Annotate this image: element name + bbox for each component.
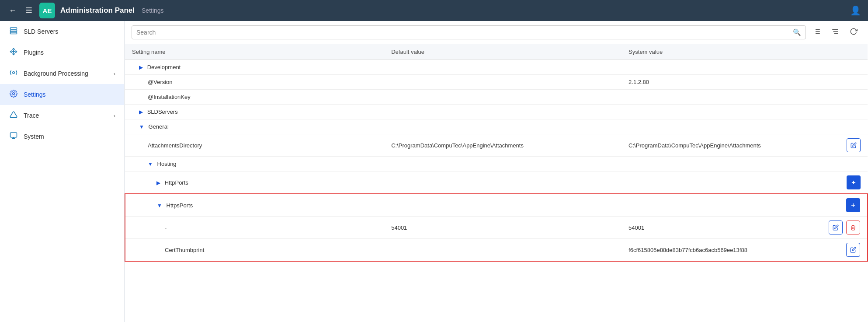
system-value-cell bbox=[621, 60, 822, 75]
top-header: ← ☰ AE Administration Panel Settings 👤 bbox=[0, 0, 868, 21]
system-value-cell: 2.1.2.80 bbox=[621, 75, 822, 90]
table-row: @Version 2.1.2.80 bbox=[125, 75, 868, 90]
setting-name-text: @InstallationKey bbox=[148, 94, 191, 100]
refresh-button[interactable] bbox=[846, 26, 861, 39]
chevron-right-icon: › bbox=[114, 112, 115, 119]
background-processing-icon bbox=[9, 69, 18, 78]
sidebar-item-system[interactable]: System bbox=[0, 126, 124, 147]
sidebar-item-label: Background Processing bbox=[24, 70, 88, 77]
default-value-cell: C:\ProgramData\CompuTec\AppEngine\Attach… bbox=[384, 134, 621, 157]
add-button[interactable] bbox=[846, 198, 860, 212]
actions-cell bbox=[822, 105, 868, 119]
sidebar-item-label: Trace bbox=[24, 112, 39, 119]
svg-point-5 bbox=[13, 72, 15, 74]
expand-button[interactable]: ▶ bbox=[139, 109, 143, 115]
settings-icon bbox=[9, 90, 18, 99]
sidebar: SLD Servers Plugins Background Processin… bbox=[0, 21, 125, 322]
table-header-row: Setting name Default value System value bbox=[125, 44, 868, 60]
sidebar-item-label: Settings bbox=[24, 91, 46, 98]
default-value-cell bbox=[384, 75, 621, 90]
table-row: ▼ Hosting bbox=[125, 157, 868, 172]
table-row-https-port-value: - 54001 54001 bbox=[125, 217, 868, 239]
setting-name-text: - bbox=[165, 224, 167, 231]
back-button[interactable]: ← bbox=[7, 4, 18, 17]
actions-cell bbox=[822, 119, 868, 134]
edit-button[interactable] bbox=[829, 220, 843, 234]
setting-name-cell: ▼ Hosting bbox=[125, 157, 384, 172]
table-row: AttachmentsDirectory C:\ProgramData\Comp… bbox=[125, 134, 868, 157]
setting-name-cell: ▶ SLDServers bbox=[125, 105, 384, 119]
setting-name-cell: @Version bbox=[125, 75, 384, 90]
default-value-cell bbox=[384, 194, 621, 217]
setting-name-text: Hosting bbox=[157, 161, 177, 167]
settings-table: Setting name Default value System value … bbox=[125, 44, 868, 262]
setting-name-cell: ▶ Development bbox=[125, 60, 384, 75]
actions-cell bbox=[822, 157, 868, 172]
default-value-cell bbox=[384, 172, 621, 194]
svg-point-6 bbox=[13, 93, 15, 95]
table-row: ▶ SLDServers bbox=[125, 105, 868, 119]
table-row: ▼ General bbox=[125, 119, 868, 134]
system-value-cell bbox=[621, 194, 822, 217]
edit-button[interactable] bbox=[847, 138, 861, 152]
sidebar-item-sld-servers[interactable]: SLD Servers bbox=[0, 21, 124, 42]
user-icon[interactable]: 👤 bbox=[850, 5, 861, 16]
add-button[interactable] bbox=[847, 175, 861, 189]
actions-cell bbox=[822, 90, 868, 105]
sidebar-item-plugins[interactable]: Plugins bbox=[0, 42, 124, 63]
setting-name-cell: CertThumbprint bbox=[125, 239, 384, 262]
delete-button[interactable] bbox=[846, 220, 860, 234]
search-input[interactable] bbox=[136, 29, 793, 36]
system-value-cell bbox=[621, 157, 822, 172]
settings-table-container: Setting name Default value System value … bbox=[125, 44, 868, 322]
expand-button[interactable]: ▼ bbox=[148, 161, 153, 167]
system-value-cell bbox=[621, 172, 822, 194]
setting-name-cell: ▼ General bbox=[125, 119, 384, 134]
main-layout: SLD Servers Plugins Background Processin… bbox=[0, 21, 868, 322]
sort-desc-button[interactable] bbox=[828, 26, 843, 39]
sort-asc-button[interactable] bbox=[809, 26, 824, 39]
expand-button[interactable]: ▼ bbox=[139, 124, 144, 130]
setting-name-text: HttpsPorts bbox=[167, 202, 193, 209]
setting-name-text: CertThumbprint bbox=[165, 247, 204, 253]
sidebar-item-settings[interactable]: Settings bbox=[0, 84, 124, 105]
default-value-cell: 54001 bbox=[384, 217, 621, 239]
actions-cell bbox=[822, 75, 868, 90]
table-row: ▶ Development bbox=[125, 60, 868, 75]
svg-rect-7 bbox=[10, 133, 17, 137]
setting-name-text: General bbox=[149, 123, 169, 130]
setting-name-cell: ▼ HttpsPorts bbox=[125, 194, 384, 217]
sidebar-item-label: Plugins bbox=[24, 49, 44, 56]
expand-button[interactable]: ▶ bbox=[156, 180, 160, 186]
expand-button[interactable]: ▼ bbox=[157, 203, 162, 209]
setting-name-cell: - bbox=[125, 217, 384, 239]
edit-button[interactable] bbox=[846, 243, 860, 257]
actions-cell bbox=[822, 60, 868, 75]
actions-cell bbox=[822, 239, 868, 262]
search-box[interactable]: 🔍 bbox=[132, 25, 806, 39]
sidebar-item-background-processing[interactable]: Background Processing › bbox=[0, 63, 124, 84]
setting-name-text: AttachmentsDirectory bbox=[148, 142, 202, 149]
default-value-cell bbox=[384, 105, 621, 119]
avatar: AE bbox=[39, 3, 55, 18]
col-setting-name: Setting name bbox=[125, 44, 384, 60]
col-actions bbox=[822, 44, 868, 60]
system-icon bbox=[9, 132, 18, 141]
table-row-https-ports: ▼ HttpsPorts bbox=[125, 194, 868, 217]
default-value-cell bbox=[384, 60, 621, 75]
col-default-value: Default value bbox=[384, 44, 621, 60]
col-system-value: System value bbox=[621, 44, 822, 60]
system-value-cell bbox=[621, 90, 822, 105]
expand-button[interactable]: ▶ bbox=[139, 64, 143, 70]
app-title: Administration Panel bbox=[60, 6, 135, 15]
svg-rect-2 bbox=[10, 32, 17, 34]
default-value-cell bbox=[384, 239, 621, 262]
menu-button[interactable]: ☰ bbox=[24, 4, 34, 17]
system-value-cell bbox=[621, 119, 822, 134]
sidebar-item-trace[interactable]: Trace › bbox=[0, 105, 124, 126]
system-value-cell: C:\ProgramData\CompuTec\AppEngine\Attach… bbox=[621, 134, 822, 157]
default-value-cell bbox=[384, 90, 621, 105]
default-value-cell bbox=[384, 119, 621, 134]
setting-name-text: HttpPorts bbox=[165, 179, 188, 186]
table-row: ▶ HttpPorts bbox=[125, 172, 868, 194]
